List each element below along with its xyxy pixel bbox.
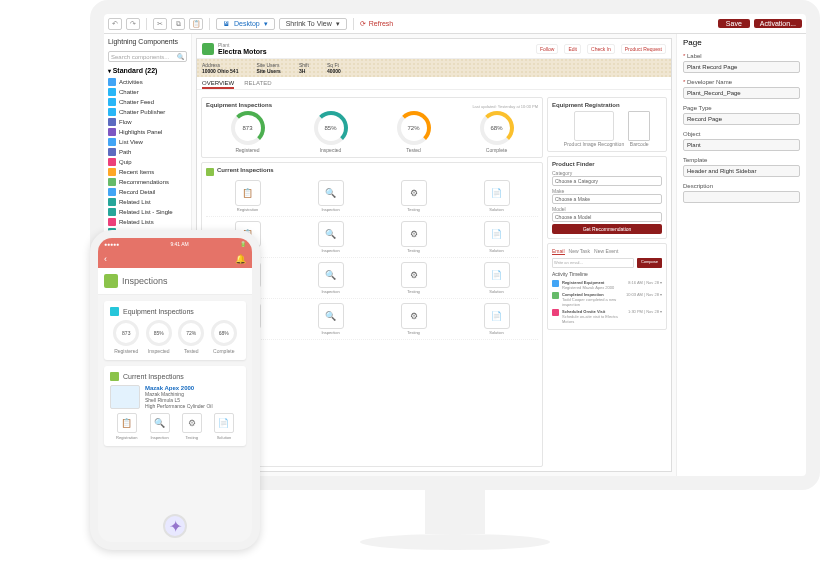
product-image-button[interactable] [574,111,614,141]
tab-new-event[interactable]: New Event [594,248,618,255]
component-icon [108,208,116,216]
component-icon [108,138,116,146]
property-input[interactable] [683,165,800,177]
component-icon [108,128,116,136]
phone-nav: ‹ 🔔 [98,250,252,268]
inspection-action[interactable]: 📄Solution [484,180,510,212]
component-item[interactable]: Related List [104,197,191,207]
inspection-action[interactable]: ⚙Testing [401,262,427,294]
component-item[interactable]: Related Lists [104,217,191,227]
component-item[interactable]: Flow [104,117,191,127]
timeline-icon [552,280,559,287]
activation-button[interactable]: Activation... [754,19,802,28]
donut-metric: 873Registered [231,111,265,153]
component-item[interactable]: Highlights Panel [104,127,191,137]
component-item[interactable]: Chatter Publisher [104,107,191,117]
inspection-action[interactable]: ⚙Testing [401,221,427,253]
component-item[interactable]: Record Detail [104,187,191,197]
header-action[interactable]: Follow [536,44,558,54]
equipment-inspections-card: Equipment Inspections Last updated: Yest… [201,97,543,158]
phone-action[interactable]: 🔍Inspection [150,413,170,440]
equipment-image [110,385,140,409]
timeline-item[interactable]: Completed InspectionTodd Cooper complete… [552,291,662,308]
component-item[interactable]: List View [104,137,191,147]
timeline-icon [552,309,559,316]
copy-button[interactable]: ⧉ [171,18,185,30]
component-item[interactable]: Related List - Single [104,207,191,217]
meta-field: Sq Ft40000 [327,62,341,74]
search-input[interactable]: Search components... 🔍 [108,51,187,62]
recommendation-button[interactable]: Get Recommendation [552,224,662,234]
undo-button[interactable]: ↶ [108,18,122,30]
panel-title: Lightning Components [104,34,191,49]
inspection-action[interactable]: 🔍Inspection [318,303,344,335]
tab-related[interactable]: RELATED [244,80,271,89]
property-input[interactable] [683,113,800,125]
inspection-action[interactable]: 📄Solution [484,221,510,253]
monitor-stand [425,490,485,534]
component-icon [108,178,116,186]
property-field: Developer Name [683,79,800,99]
inspection-action[interactable]: ⚙Testing [401,303,427,335]
inspection-action[interactable]: ⚙Testing [401,180,427,212]
donut-metric: 85%Inspected [314,111,348,153]
zoom-dropdown[interactable]: Shrink To View ▾ [279,18,347,30]
inspection-action[interactable]: 📋Registration [235,180,261,212]
timeline-item[interactable]: Scheduled Onsite VisitSchedule on-site v… [552,308,662,325]
inspection-action[interactable]: 🔍Inspection [318,221,344,253]
inspection-action[interactable]: 📄Solution [484,303,510,335]
phone-action[interactable]: 📋Registration [116,413,137,440]
component-item[interactable]: Recommendations [104,177,191,187]
header-action[interactable]: Edit [564,44,581,54]
meta-field: Address10000 Ohio 541 [202,62,238,74]
inspection-item[interactable]: Mazak Apex 2000 Mazak Machining Shell Ri… [110,385,240,409]
donut-metric: 72%Tested [178,320,204,354]
bell-icon[interactable]: 🔔 [235,254,246,264]
inspection-row: 📋Registration🔍Inspection⚙Testing📄Solutio… [206,176,538,217]
inspection-action[interactable]: 🔍Inspection [318,262,344,294]
component-item[interactable]: Chatter [104,87,191,97]
tab-email[interactable]: Email [552,248,565,255]
refresh-icon: ⟳ [360,20,366,28]
property-field: Label [683,53,800,73]
home-button[interactable]: ✦ [163,514,187,538]
model-select[interactable]: Choose a Model [552,212,662,222]
phone-action[interactable]: 📄Solution [214,413,234,440]
header-action[interactable]: Check In [587,44,615,54]
component-item[interactable]: Chatter Feed [104,97,191,107]
tab-new-task[interactable]: New Task [569,248,591,255]
barcode-button[interactable] [628,111,650,141]
category-select[interactable]: Choose a Category [552,176,662,186]
component-item[interactable]: Quip [104,157,191,167]
header-action[interactable]: Product Request [621,44,666,54]
device-dropdown[interactable]: 🖥 Desktop ▾ [216,18,275,30]
activity-card: Email New Task New Event Write an email.… [547,243,667,330]
signal-icon: ●●●●● [104,241,119,247]
property-input[interactable] [683,191,800,203]
component-icon [108,188,116,196]
component-icon [108,78,116,86]
make-select[interactable]: Choose a Make [552,194,662,204]
back-icon[interactable]: ‹ [104,254,107,264]
timeline-item[interactable]: Registered EquipmentRegistered Mazak Ape… [552,279,662,291]
cut-button[interactable]: ✂ [153,18,167,30]
compose-button[interactable]: Compose [637,258,662,268]
inspection-action[interactable]: 📄Solution [484,262,510,294]
component-item[interactable]: Activities [104,77,191,87]
phone-action[interactable]: ⚙Testing [182,413,202,440]
save-button[interactable]: Save [718,19,750,28]
property-input[interactable] [683,139,800,151]
tab-overview[interactable]: OVERVIEW [202,80,234,89]
component-icon [108,158,116,166]
refresh-button[interactable]: ⟳ Refresh [360,20,394,28]
paste-button[interactable]: 📋 [189,18,203,30]
property-input[interactable] [683,61,800,73]
component-item[interactable]: Recent Items [104,167,191,177]
inspection-action[interactable]: 🔍Inspection [318,180,344,212]
properties-panel: Page LabelDeveloper NamePage TypeObjectT… [676,34,806,476]
section-header[interactable]: Standard (22) [104,64,191,77]
component-item[interactable]: Path [104,147,191,157]
property-input[interactable] [683,87,800,99]
email-input[interactable]: Write an email... [552,258,634,268]
redo-button[interactable]: ↷ [126,18,140,30]
